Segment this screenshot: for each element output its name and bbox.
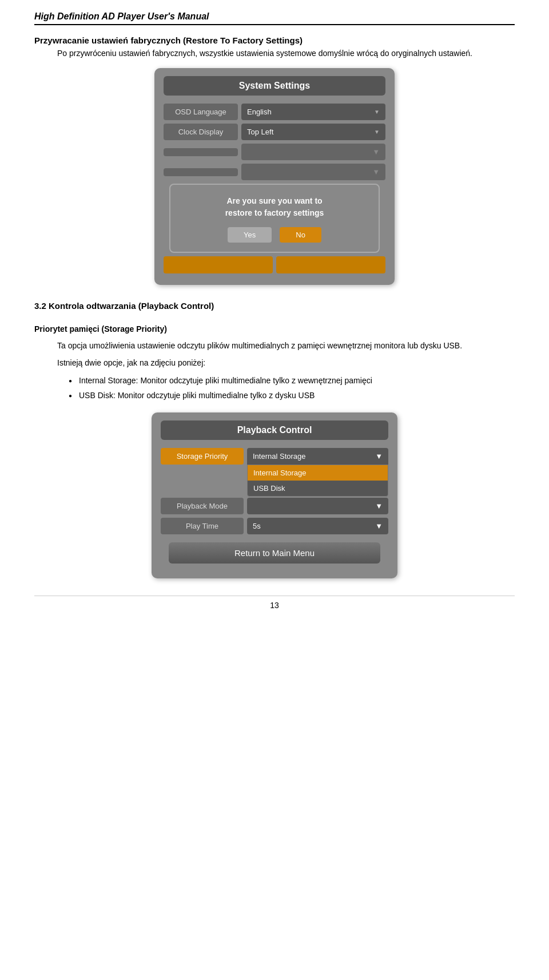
dropdown-item-internal[interactable]: Internal Storage — [248, 465, 388, 481]
storage-priority-row: Storage Priority Internal Storage ▼ Inte… — [161, 448, 388, 465]
playback-mode-row: Playback Mode ▼ — [161, 498, 388, 514]
orange-bar-right — [276, 256, 385, 273]
storage-priority-value[interactable]: Internal Storage ▼ — [247, 448, 388, 465]
dialog-buttons: Yes No — [182, 227, 367, 243]
confirmation-dialog: Are you sure you want to restore to fact… — [169, 184, 380, 253]
bullet-item-usb: USB Disk: Monitor odczytuje pliki multim… — [69, 389, 515, 402]
hidden-row-1-arrow-icon: ▼ — [372, 148, 380, 156]
yes-button[interactable]: Yes — [228, 227, 272, 243]
system-settings-box: System Settings OSD Language English ▼ C… — [154, 68, 395, 285]
hidden-row-1: ▼ — [164, 144, 385, 160]
playback-mode-arrow-icon: ▼ — [375, 502, 383, 510]
hidden-row-2: ▼ — [164, 164, 385, 180]
restore-section-subtitle: Po przywróceniu ustawień fabrycznych, ws… — [57, 49, 515, 58]
clock-display-arrow-icon: ▼ — [374, 129, 380, 135]
osd-language-value[interactable]: English ▼ — [241, 104, 385, 120]
restore-section: Przywracanie ustawień fabrycznych (Resto… — [34, 35, 515, 58]
bullet-list: Internal Storage: Monitor odczytuje plik… — [69, 374, 515, 402]
clock-display-value[interactable]: Top Left ▼ — [241, 124, 385, 140]
hidden-row-2-arrow-icon: ▼ — [372, 168, 380, 176]
play-time-row: Play Time 5s ▼ — [161, 518, 388, 534]
playback-control-screenshot: Playback Control Storage Priority Intern… — [34, 412, 515, 578]
document-title: High Definition AD Player User's Manual — [34, 11, 515, 22]
no-button[interactable]: No — [280, 227, 321, 243]
playback-control-box: Playback Control Storage Priority Intern… — [152, 412, 397, 578]
dialog-text: Are you sure you want to restore to fact… — [182, 195, 367, 219]
playback-section: 3.2 Kontrola odtwarzania (Playback Contr… — [34, 301, 515, 402]
return-btn-container: Return to Main Menu — [161, 542, 388, 564]
storage-priority-label: Storage Priority — [161, 448, 244, 465]
playback-mode-value[interactable]: ▼ — [247, 498, 388, 514]
dropdown-item-usb[interactable]: USB Disk — [248, 481, 388, 496]
clock-display-label: Clock Display — [164, 124, 238, 140]
playback-mode-label: Playback Mode — [161, 498, 244, 514]
osd-language-label: OSD Language — [164, 104, 238, 120]
restore-section-title: Przywracanie ustawień fabrycznych (Resto… — [34, 35, 515, 45]
return-to-main-menu-button[interactable]: Return to Main Menu — [169, 542, 380, 564]
system-settings-screenshot: System Settings OSD Language English ▼ C… — [34, 68, 515, 285]
storage-priority-paragraph: Ta opcja umożliwienia ustawienie odczytu… — [57, 339, 515, 352]
storage-priority-heading: Priorytet pamięci (Storage Priority) — [34, 324, 515, 334]
playback-section-heading: 3.2 Kontrola odtwarzania (Playback Contr… — [34, 301, 515, 311]
page-header: High Definition AD Player User's Manual — [34, 11, 515, 25]
page-number: 13 — [34, 596, 515, 610]
storage-priority-arrow-icon: ▼ — [375, 452, 383, 461]
system-settings-title: System Settings — [164, 76, 385, 96]
play-time-arrow-icon: ▼ — [375, 522, 383, 530]
osd-language-row: OSD Language English ▼ — [164, 104, 385, 120]
orange-bar-left — [164, 256, 273, 273]
play-time-label: Play Time — [161, 518, 244, 534]
options-intro: Istnieją dwie opcje, jak na zdjęciu poni… — [57, 356, 515, 369]
playback-control-title: Playback Control — [161, 420, 388, 440]
play-time-value[interactable]: 5s ▼ — [247, 518, 388, 534]
bullet-item-internal: Internal Storage: Monitor odczytuje plik… — [69, 374, 515, 387]
clock-display-row: Clock Display Top Left ▼ — [164, 124, 385, 140]
osd-language-arrow-icon: ▼ — [374, 109, 380, 115]
storage-priority-dropdown[interactable]: Internal Storage USB Disk — [247, 465, 388, 497]
